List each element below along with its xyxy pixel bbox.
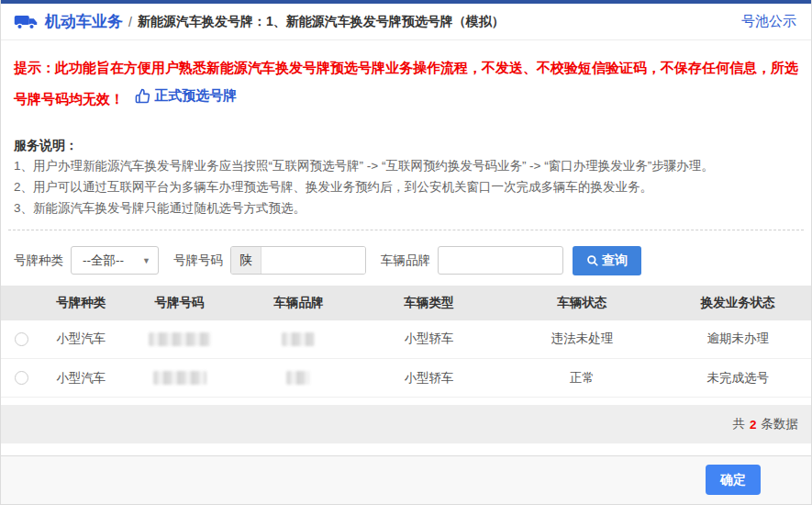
column-header-brand: 车辆品牌 xyxy=(239,286,359,320)
column-header-plate-type: 号牌种类 xyxy=(42,286,120,320)
plate-number-input[interactable] xyxy=(261,247,365,274)
cell-vehicle-status: 正常 xyxy=(500,359,665,398)
plate-type-label: 号牌种类 xyxy=(14,252,63,269)
confirm-button[interactable]: 确定 xyxy=(706,465,761,495)
cell-vehicle-type: 小型轿车 xyxy=(358,320,500,359)
table-row: 小型汽车 小型轿车 正常 未完成选号 xyxy=(1,359,811,398)
dashed-divider xyxy=(8,230,804,230)
count-suffix: 条数据 xyxy=(762,416,799,432)
count-prefix: 共 xyxy=(732,416,745,432)
service-item-3: 3、新能源汽车换发号牌只能通过随机选号方式预选。 xyxy=(14,197,798,219)
service-item-2: 2、用户可以通过互联网平台为多辆车办理预选号牌、换发业务预约后，到公安机关窗口一… xyxy=(14,176,798,197)
page: 机动车业务 / 新能源汽车换发号牌：1、新能源汽车换发号牌预选号牌（模拟） 号池… xyxy=(0,0,812,505)
brand-redacted xyxy=(282,332,315,346)
page-title: 机动车业务 xyxy=(45,11,123,32)
row-radio-button[interactable] xyxy=(15,332,28,346)
cell-plate-type: 小型汽车 xyxy=(42,320,120,359)
chevron-down-icon: ▼ xyxy=(142,256,150,265)
thumbs-up-icon xyxy=(135,88,150,104)
plate-number-redacted xyxy=(149,332,211,346)
cell-business-status: 逾期未办理 xyxy=(664,320,811,359)
notice-text: 此功能旨在方便用户熟悉新能源汽车换发号牌预选号牌业务操作流程，不发送、不校验短信… xyxy=(14,60,798,107)
service-item-1: 1、用户办理新能源汽车换发号牌业务应当按照“互联网预选号牌” -> “互联网预约… xyxy=(14,155,798,176)
column-header-business-status: 换发业务状态 xyxy=(664,286,811,320)
record-count-bar: 共 2 条数据 xyxy=(1,405,811,443)
plate-number-label: 号牌号码 xyxy=(173,252,223,269)
plate-number-field-group: 陕 xyxy=(230,246,366,275)
cell-vehicle-status: 违法未处理 xyxy=(500,320,665,359)
breadcrumb-separator: / xyxy=(128,15,132,29)
cell-plate-type: 小型汽车 xyxy=(42,359,120,398)
cell-vehicle-type: 小型轿车 xyxy=(358,359,500,398)
official-preselect-label: 正式预选号牌 xyxy=(154,82,237,109)
table-header-row: 号牌种类 号牌号码 车辆品牌 车辆类型 车辆状态 换发业务状态 xyxy=(1,286,811,320)
plate-type-selected-value: --全部-- xyxy=(83,252,124,269)
header: 机动车业务 / 新能源汽车换发号牌：1、新能源汽车换发号牌预选号牌（模拟） 号池… xyxy=(1,4,811,40)
province-prefix: 陕 xyxy=(231,247,261,274)
bottom-action-bar: 确定 xyxy=(1,455,811,504)
column-header-vehicle-status: 车辆状态 xyxy=(500,286,665,320)
pool-publicity-link[interactable]: 号池公示 xyxy=(741,13,796,30)
row-radio-button[interactable] xyxy=(15,371,28,385)
service-title: 服务说明： xyxy=(14,135,798,155)
brand-input[interactable] xyxy=(438,246,563,275)
notice-banner: 提示：此功能旨在方便用户熟悉新能源汽车换发号牌预选号牌业务操作流程，不发送、不校… xyxy=(14,54,798,113)
search-button[interactable]: 查询 xyxy=(573,246,641,275)
search-icon xyxy=(586,254,599,267)
search-button-label: 查询 xyxy=(602,252,628,269)
official-preselect-link[interactable]: 正式预选号牌 xyxy=(135,82,237,109)
column-header-plate-number: 号牌号码 xyxy=(120,286,239,320)
column-header-vehicle-type: 车辆类型 xyxy=(358,286,500,320)
filter-bar: 号牌种类 --全部-- ▼ 号牌号码 陕 车辆品牌 查询 xyxy=(14,246,798,275)
cell-business-status: 未完成选号 xyxy=(664,359,811,398)
brand-redacted xyxy=(286,371,310,385)
select-column-header xyxy=(1,286,42,320)
results-table: 号牌种类 号牌号码 车辆品牌 车辆类型 车辆状态 换发业务状态 小型汽车 小型轿… xyxy=(1,286,811,398)
table-row: 小型汽车 小型轿车 违法未处理 逾期未办理 xyxy=(1,320,811,359)
notice-prefix: 提示： xyxy=(14,60,55,75)
plate-type-select[interactable]: --全部-- ▼ xyxy=(71,246,159,275)
page-subtitle: 新能源汽车换发号牌：1、新能源汽车换发号牌预选号牌（模拟） xyxy=(138,14,505,30)
plate-number-redacted xyxy=(153,371,206,385)
vehicle-icon xyxy=(14,13,38,31)
breadcrumb: 机动车业务 / 新能源汽车换发号牌：1、新能源汽车换发号牌预选号牌（模拟） xyxy=(14,11,505,32)
service-description: 服务说明： 1、用户办理新能源汽车换发号牌业务应当按照“互联网预选号牌” -> … xyxy=(14,135,798,219)
brand-label: 车辆品牌 xyxy=(381,252,430,269)
record-count: 2 xyxy=(750,418,757,432)
